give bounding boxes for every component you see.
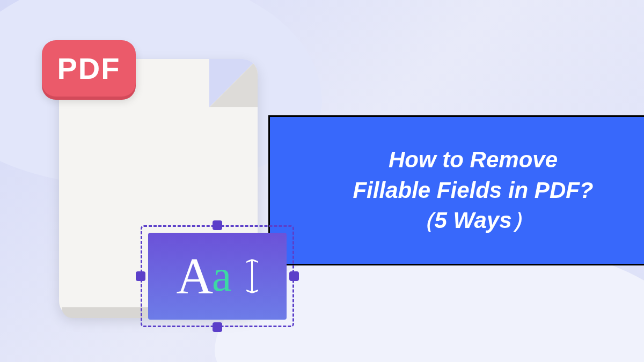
selection-handle-left-icon: [136, 271, 145, 281]
selection-handle-right-icon: [289, 271, 299, 281]
title-banner: How to Remove Fillable Fields in PDF? （5…: [268, 115, 644, 265]
text-field-inner: A a: [148, 233, 287, 320]
glyph-uppercase-a: A: [176, 247, 213, 306]
title-line-2: Fillable Fields in PDF?: [353, 178, 593, 203]
pdf-badge: PDF: [42, 40, 136, 97]
title-text: How to Remove Fillable Fields in PDF? （5…: [353, 145, 593, 236]
selection-handle-top-icon: [213, 220, 222, 230]
glyph-lowercase-a: a: [212, 251, 231, 301]
title-line-1: How to Remove: [389, 147, 558, 172]
page-fold-corner-icon: [209, 59, 258, 107]
text-cursor-icon: [246, 258, 259, 294]
pdf-badge-label: PDF: [57, 51, 121, 86]
document-icon: A a: [59, 59, 258, 316]
title-line-3: （5 Ways）: [412, 208, 535, 233]
selection-handle-bottom-icon: [213, 322, 222, 332]
fillable-text-field: A a: [141, 225, 294, 327]
